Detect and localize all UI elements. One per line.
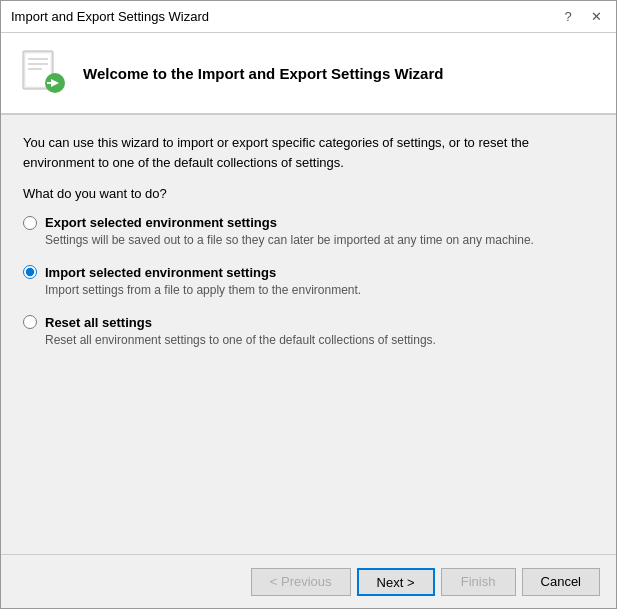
intro-text: You can use this wizard to import or exp… xyxy=(23,133,594,172)
question-text: What do you want to do? xyxy=(23,186,594,201)
title-bar-title: Import and Export Settings Wizard xyxy=(11,9,209,24)
finish-button[interactable]: Finish xyxy=(441,568,516,596)
header-section: Welcome to the Import and Export Setting… xyxy=(1,33,616,115)
option-export-label[interactable]: Export selected environment settings xyxy=(23,215,594,230)
close-button[interactable]: ✕ xyxy=(586,7,606,27)
option-export-text: Export selected environment settings xyxy=(45,215,277,230)
footer: < Previous Next > Finish Cancel xyxy=(1,554,616,608)
wizard-icon-svg xyxy=(17,47,69,99)
radio-export[interactable] xyxy=(23,216,37,230)
radio-import[interactable] xyxy=(23,265,37,279)
option-reset-desc: Reset all environment settings to one of… xyxy=(45,332,594,349)
header-title: Welcome to the Import and Export Setting… xyxy=(83,65,443,82)
next-button[interactable]: Next > xyxy=(357,568,435,596)
option-import-label[interactable]: Import selected environment settings xyxy=(23,265,594,280)
option-reset-label[interactable]: Reset all settings xyxy=(23,315,594,330)
title-bar-left: Import and Export Settings Wizard xyxy=(11,9,209,24)
cancel-button[interactable]: Cancel xyxy=(522,568,600,596)
option-export-desc: Settings will be saved out to a file so … xyxy=(45,232,594,249)
content-area: You can use this wizard to import or exp… xyxy=(1,115,616,554)
option-import-desc: Import settings from a file to apply the… xyxy=(45,282,594,299)
title-bar: Import and Export Settings Wizard ? ✕ xyxy=(1,1,616,33)
help-button[interactable]: ? xyxy=(558,7,578,27)
title-bar-controls: ? ✕ xyxy=(558,7,606,27)
option-reset: Reset all settings Reset all environment… xyxy=(23,315,594,349)
option-import-text: Import selected environment settings xyxy=(45,265,276,280)
option-reset-text: Reset all settings xyxy=(45,315,152,330)
previous-button[interactable]: < Previous xyxy=(251,568,351,596)
option-export: Export selected environment settings Set… xyxy=(23,215,594,249)
wizard-icon xyxy=(17,47,69,99)
radio-reset[interactable] xyxy=(23,315,37,329)
wizard-dialog: Import and Export Settings Wizard ? ✕ We… xyxy=(0,0,617,609)
option-import: Import selected environment settings Imp… xyxy=(23,265,594,299)
option-group: Export selected environment settings Set… xyxy=(23,215,594,364)
